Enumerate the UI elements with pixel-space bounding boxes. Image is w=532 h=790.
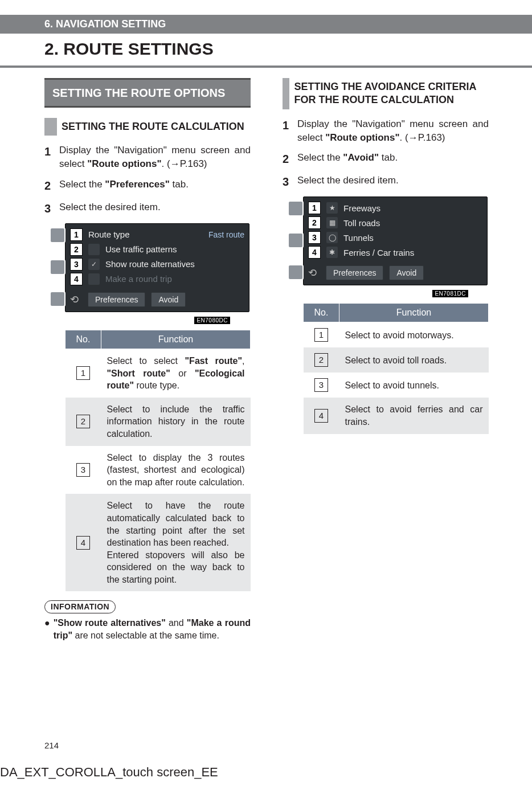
- section-header: 6. NAVIGATION SETTING: [0, 15, 532, 34]
- label: Freeways: [343, 203, 482, 213]
- step-text: Select the desired item.: [297, 174, 489, 190]
- row-route-alternatives[interactable]: 3✓Show route alternatives: [70, 257, 244, 272]
- step-number: 2: [44, 178, 59, 194]
- label: Route type: [88, 230, 208, 239]
- label: Tunnels: [343, 233, 482, 243]
- t: Select to have the route automatically c…: [107, 500, 245, 549]
- image-code: EN7080DC: [194, 317, 230, 324]
- callout-1: 1: [70, 228, 83, 241]
- row-round-trip[interactable]: 4Make a round trip: [70, 272, 244, 286]
- footer-doc-id: DA_EXT_COROLLA_touch screen_EE: [0, 765, 218, 780]
- gear-icon: [50, 291, 66, 307]
- blank-icon: [88, 273, 100, 285]
- tab-avoid[interactable]: Avoid: [389, 265, 424, 280]
- t: "Route options": [87, 158, 161, 169]
- value: Fast route: [208, 230, 244, 239]
- step-1: 1 Display the "Navigation" menu screen a…: [44, 144, 251, 171]
- t: . (→P.163): [162, 158, 207, 169]
- ferry-icon: ✱: [326, 247, 338, 258]
- t: or: [170, 369, 195, 378]
- step-number: 3: [44, 200, 59, 216]
- step-text: Select the desired item.: [59, 200, 251, 216]
- th-no: No.: [66, 330, 101, 349]
- callout-3: 3: [70, 258, 83, 271]
- table-row: 4 Select to have the route automatically…: [66, 494, 251, 591]
- tab-preferences[interactable]: Preferences: [326, 265, 383, 280]
- heading-text: SETTING THE ROUTE CALCULATION: [62, 118, 244, 136]
- blank-icon: [88, 244, 100, 255]
- compass-icon: [288, 232, 304, 248]
- label: Make a round trip: [105, 274, 244, 284]
- callout-3: 3: [308, 231, 321, 244]
- t: "Preferences": [105, 179, 169, 190]
- map-icon: [50, 227, 66, 243]
- th-function: Function: [101, 330, 251, 349]
- cell-no: 4: [66, 494, 101, 591]
- cell-no: 2: [304, 347, 339, 373]
- tab-avoid[interactable]: Avoid: [151, 292, 186, 307]
- step-1: 1 Display the "Navigation" menu screen a…: [283, 117, 489, 145]
- cell-no: 2: [66, 398, 101, 446]
- row-route-type[interactable]: 1Route typeFast route: [70, 227, 244, 242]
- map-icon: [288, 200, 304, 216]
- heading-accent-bar: [44, 118, 57, 136]
- heading-accent-bar: [283, 78, 289, 109]
- t: ,: [242, 356, 244, 366]
- t: tab.: [379, 152, 398, 163]
- step-2: 2 Select the "Avoid" tab.: [283, 151, 489, 167]
- side-icons: [288, 200, 304, 280]
- row-tunnels[interactable]: 3◯Tunnels: [308, 230, 482, 245]
- step-text: Select the "Preferences" tab.: [59, 178, 251, 194]
- compass-icon: [50, 259, 66, 275]
- cell-function: Select to avoid motorways.: [339, 322, 489, 348]
- gear-icon: [288, 264, 304, 280]
- step-2: 2 Select the "Preferences" tab.: [44, 178, 251, 194]
- th-no: No.: [304, 304, 339, 322]
- back-icon[interactable]: ⟲: [70, 293, 79, 306]
- cell-function: Select to avoid tunnels.: [339, 373, 489, 398]
- th-function: Function: [339, 304, 489, 322]
- label: Ferries / Car trains: [343, 248, 482, 257]
- table-row: 1Select to avoid motorways.: [304, 322, 489, 348]
- t: "Short route": [107, 369, 170, 378]
- t: tab.: [170, 179, 189, 190]
- bullet-icon: ●: [44, 617, 50, 641]
- t: and: [166, 618, 187, 628]
- t: Select the: [59, 179, 105, 190]
- t: "Route options": [325, 132, 399, 143]
- t: Select the: [297, 152, 343, 163]
- screenshot-preferences: 1Route typeFast route 2Use traffic patte…: [65, 223, 249, 312]
- cell-function: Select to select "Fast route", "Short ro…: [101, 349, 251, 397]
- step-number: 3: [283, 174, 297, 190]
- callout-2: 2: [70, 243, 83, 256]
- table-row: 3 Select to display the 3 routes (fastes…: [66, 446, 251, 494]
- t: route type.: [134, 380, 179, 390]
- callout-2: 2: [308, 216, 321, 229]
- cell-function: Select to avoid ferries and car trains.: [339, 398, 489, 433]
- step-number: 1: [283, 117, 297, 145]
- step-number: 1: [44, 144, 59, 171]
- t: "Show route alternatives": [54, 618, 166, 628]
- step-text: Display the "Navigation" menu screen and…: [59, 144, 251, 171]
- function-table-preferences: No.Function 1 Select to select "Fast rou…: [65, 330, 251, 592]
- table-row: 1 Select to select "Fast route", "Short …: [66, 349, 251, 397]
- cell-function: Select to avoid toll roads.: [339, 347, 489, 373]
- toll-icon: ▦: [326, 217, 338, 228]
- t: "Avoid": [343, 152, 379, 163]
- heading-route-calculation: SETTING THE ROUTE CALCULATION: [44, 118, 251, 136]
- tab-preferences[interactable]: Preferences: [88, 292, 145, 307]
- back-icon[interactable]: ⟲: [308, 267, 317, 279]
- information-box: INFORMATION ● "Show route alternatives" …: [44, 600, 251, 641]
- row-ferries[interactable]: 4✱Ferries / Car trains: [308, 245, 482, 260]
- step-number: 2: [283, 151, 297, 167]
- screenshot-avoid: 1★Freeways 2▦Toll roads 3◯Tunnels 4✱Ferr…: [303, 197, 488, 285]
- check-icon: ✓: [88, 259, 100, 270]
- step-text: Display the "Navigation" menu screen and…: [297, 117, 489, 145]
- page-number: 214: [44, 740, 59, 750]
- row-freeways[interactable]: 1★Freeways: [308, 200, 482, 215]
- side-icons: [50, 227, 66, 307]
- row-toll-roads[interactable]: 2▦Toll roads: [308, 215, 482, 230]
- page-title: 2. ROUTE SETTINGS: [0, 35, 532, 68]
- row-traffic-patterns[interactable]: 2Use traffic patterns: [70, 242, 244, 257]
- callout-1: 1: [308, 202, 321, 214]
